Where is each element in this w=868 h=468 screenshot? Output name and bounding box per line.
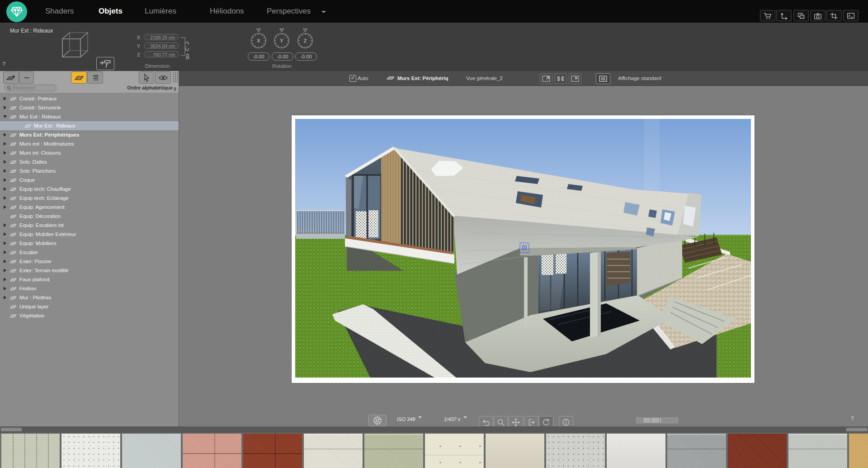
slider-handle[interactable] <box>643 417 662 423</box>
layer-row[interactable]: Equip: Escaliers int <box>0 221 179 230</box>
texture-thumbnail-white-speckled[interactable] <box>61 434 120 468</box>
layer-row[interactable]: Constr: Poteaux <box>0 94 179 103</box>
rotation-x-value[interactable]: -0.00 <box>248 52 269 61</box>
viewport-help-link[interactable]: ? <box>851 416 854 422</box>
layer-row[interactable]: Equip tech: Chauffage <box>0 184 179 194</box>
expand-triangle-icon[interactable] <box>4 142 8 146</box>
layer-row[interactable]: Coque <box>0 175 179 184</box>
move-axes-button[interactable] <box>776 10 792 21</box>
layer-row[interactable]: Escalier <box>0 248 179 257</box>
expand-triangle-icon[interactable] <box>4 269 8 272</box>
expand-triangle-icon[interactable] <box>4 160 8 164</box>
expand-triangle-icon[interactable] <box>4 178 8 182</box>
expand-triangle-icon[interactable] <box>4 97 8 100</box>
current-layer-name[interactable]: Murs Ext: Périphériq <box>397 76 448 81</box>
texture-thumbnail-sand[interactable] <box>849 434 868 468</box>
expand-triangle-icon[interactable] <box>4 241 8 245</box>
expand-triangle-icon[interactable] <box>4 196 8 200</box>
layer-row[interactable]: Végétation <box>0 311 179 320</box>
layer-row[interactable]: Unique layer <box>0 302 179 311</box>
expand-triangle-icon[interactable] <box>3 115 7 120</box>
texture-thumbnail-sage-panels[interactable] <box>364 434 423 468</box>
crop-render-button[interactable] <box>826 10 842 21</box>
expand-triangle-icon[interactable] <box>4 133 8 137</box>
texture-thumbnail-concrete-planks[interactable] <box>1 434 60 468</box>
snapshot-button[interactable] <box>810 10 826 21</box>
tab-shaders[interactable]: Shaders <box>45 7 74 16</box>
fit-view-button[interactable] <box>554 73 567 84</box>
dimension-y-field[interactable]: 3034.04 cm <box>144 43 179 49</box>
display-mode-button[interactable] <box>596 73 610 84</box>
texture-thumbnail-off-white[interactable] <box>607 434 665 468</box>
apply-material-button[interactable] <box>96 57 114 70</box>
layer-row[interactable]: Equip: Mobilier Extérieur <box>0 230 179 239</box>
layer-row[interactable]: Finition <box>0 284 179 293</box>
sort-arrows-icon[interactable] <box>174 86 176 92</box>
expand-triangle-icon[interactable] <box>4 205 8 209</box>
layer-row[interactable]: Equip: Décoration <box>0 212 179 221</box>
texture-thumbnail-grey-green-jointed[interactable] <box>788 434 847 468</box>
texture-thumbnail-cream-panels[interactable] <box>304 434 363 468</box>
expand-triangle-icon[interactable] <box>4 232 8 236</box>
layer-row[interactable]: Murs Ext: Périphériques <box>0 130 179 139</box>
resize-render-button[interactable] <box>569 73 581 84</box>
texture-thumbnail-salmon-panels[interactable] <box>183 434 241 468</box>
texture-thumbnail-rust-panels[interactable] <box>243 434 302 468</box>
drawer-resize-grip-right[interactable] <box>846 428 867 431</box>
layers-view-button[interactable] <box>71 71 87 84</box>
layer-row[interactable]: Exter: Piscine <box>0 257 179 266</box>
add-layer-button[interactable] <box>3 71 19 84</box>
remove-layer-button[interactable] <box>19 71 34 84</box>
drawer-resize-grip-left[interactable] <box>1 428 22 431</box>
current-view-name[interactable]: Vue générale_2 <box>466 76 503 81</box>
expand-triangle-icon[interactable] <box>4 260 8 263</box>
select-tool-button[interactable] <box>139 71 154 84</box>
rotation-y-value[interactable]: -0.00 <box>272 52 293 61</box>
auto-checkbox[interactable]: ✓ <box>349 75 356 82</box>
texture-thumbnail-grey-jointed[interactable] <box>667 434 726 468</box>
expand-triangle-icon[interactable] <box>4 106 8 109</box>
help-link[interactable]: ? <box>2 61 5 67</box>
dimension-x-field[interactable]: 2188.25 cm <box>144 34 179 40</box>
render-3d-scene[interactable] <box>295 119 751 378</box>
texture-thumbnail-beige-smooth[interactable] <box>486 434 544 468</box>
cart-button[interactable] <box>760 10 775 21</box>
render-frame[interactable] <box>291 115 755 383</box>
rotation-dial-y[interactable]: Y <box>272 28 292 51</box>
tab-heliodons[interactable]: Héliodons <box>210 7 244 16</box>
tab-objets[interactable]: Objets <box>99 7 123 16</box>
layer-row[interactable]: Sols: Dalles <box>0 157 179 166</box>
layer-row[interactable]: Mur Ext : Rideaux <box>0 112 179 121</box>
layer-row[interactable]: Murs int: Cloisons <box>0 148 179 157</box>
render-quality-slider[interactable] <box>635 416 679 424</box>
sort-order-label[interactable]: Ordre alphabétique <box>0 85 173 90</box>
layer-row[interactable]: Murs ext : Modénatures <box>0 139 179 148</box>
expand-triangle-icon[interactable] <box>4 187 8 191</box>
panel-resize-grip[interactable] <box>173 72 179 82</box>
app-logo[interactable] <box>6 1 27 22</box>
expand-triangle-icon[interactable] <box>4 223 8 227</box>
proportions-link-icon[interactable] <box>180 34 190 61</box>
rotation-dial-z[interactable]: Z <box>295 28 315 51</box>
shutter-value[interactable]: 1/437 s <box>444 416 467 422</box>
console-button[interactable] <box>843 10 859 21</box>
expand-triangle-icon[interactable] <box>4 296 8 299</box>
expand-triangle-icon[interactable] <box>4 151 8 155</box>
layer-row[interactable]: Constr: Serrurerie <box>0 103 179 112</box>
duplicate-view-button[interactable] <box>793 10 809 21</box>
layer-row[interactable]: Mur Ext : Rideaux <box>0 121 179 130</box>
expand-triangle-icon[interactable] <box>4 278 8 281</box>
texture-thumbnail-rust-speckled[interactable] <box>728 434 787 468</box>
layer-row[interactable]: Faux plafond <box>0 275 179 284</box>
layer-row[interactable]: Equip: Mobiliers <box>0 239 179 248</box>
layer-row[interactable]: Equip tech: Eclairage <box>0 194 179 203</box>
expand-triangle-icon[interactable] <box>4 287 8 290</box>
layer-row[interactable]: Mur : Plinthes <box>0 293 179 302</box>
tab-lumieres[interactable]: Lumières <box>145 7 176 16</box>
visibility-button[interactable] <box>155 71 171 84</box>
rotation-z-value[interactable]: -0.00 <box>295 52 317 61</box>
render-region-button[interactable] <box>540 73 552 84</box>
texture-thumbnail-rough-grey-blue[interactable] <box>122 434 181 468</box>
texture-thumbnail-cream-bolted[interactable] <box>425 434 484 468</box>
layer-row[interactable]: Equip: Agencement <box>0 203 179 212</box>
